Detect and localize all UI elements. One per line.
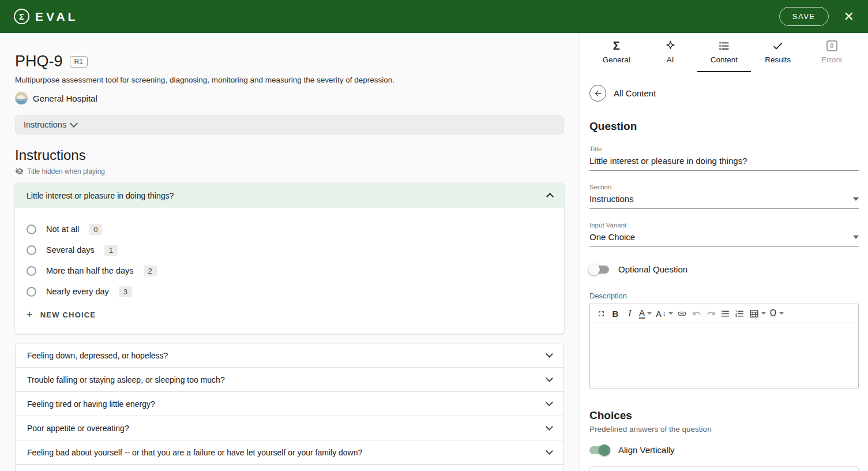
choice-list-item[interactable]: Not at all — [589, 466, 859, 471]
errors-badge: 0 — [826, 40, 837, 51]
tab-results[interactable]: Results — [751, 39, 805, 70]
chevron-down-icon — [546, 447, 553, 455]
revision-badge: R1 — [70, 56, 88, 68]
caret-icon — [761, 312, 766, 315]
description-textarea[interactable] — [590, 323, 858, 388]
chevron-down-icon — [546, 350, 553, 358]
collapsed-question[interactable]: Trouble falling or staying asleep, or sl… — [15, 367, 564, 392]
expanded-question-card: Little interest or pleasure in doing thi… — [15, 183, 564, 334]
assessment-title: PHQ-9 — [15, 53, 63, 70]
section-select[interactable]: Instructions — [589, 190, 859, 209]
description-label: Description — [589, 291, 859, 300]
eye-off-icon — [15, 167, 24, 175]
collapsed-question[interactable]: Feeling bad about yourself -- or that yo… — [15, 440, 564, 465]
tab-ai[interactable]: AI — [643, 39, 697, 70]
fullscreen-icon[interactable] — [596, 306, 606, 320]
dropdown-caret-icon — [853, 197, 859, 201]
ordered-list-icon[interactable] — [735, 306, 745, 320]
choice-option[interactable]: Nearly every day 3 — [27, 281, 553, 302]
table-icon[interactable] — [749, 306, 766, 320]
special-char-icon[interactable]: Ω — [770, 306, 784, 320]
choice-value-badge: 3 — [119, 286, 132, 297]
organization-avatar — [15, 92, 28, 104]
bullet-list-icon[interactable] — [720, 306, 731, 320]
chevron-down-icon — [546, 375, 553, 382]
section-selector[interactable]: Instructions — [15, 115, 564, 134]
tab-errors[interactable]: 0 Errors — [805, 39, 859, 70]
variant-field-label: Input Variant — [589, 222, 859, 229]
chevron-up-icon — [546, 193, 554, 200]
dropdown-caret-icon — [853, 235, 859, 239]
inspector-panel: Σ General AI Content Results — [580, 33, 868, 471]
choice-value-badge: 0 — [89, 224, 102, 235]
choices-subheading: Predefined answers of the question — [589, 425, 859, 433]
font-size-icon[interactable]: A↕ — [656, 306, 673, 320]
editor-canvas: PHQ-9 R1 Multipurpose assessment tool fo… — [0, 33, 580, 471]
bold-icon[interactable]: B — [610, 306, 621, 320]
caret-icon — [668, 312, 673, 315]
title-input[interactable] — [589, 152, 859, 171]
error-count-icon: 0 — [826, 39, 837, 53]
back-button[interactable] — [589, 85, 606, 102]
question-title: Little interest or pleasure in doing thi… — [27, 191, 174, 200]
section-selector-value: Instructions — [24, 120, 66, 129]
align-vertically-toggle[interactable]: Align Vertically — [589, 445, 859, 455]
radio-icon — [27, 245, 36, 255]
question-section-heading: Question — [589, 120, 859, 133]
optional-question-toggle[interactable]: Optional Question — [589, 264, 859, 274]
collapsed-question[interactable]: Feeling tired or having little energy? — [15, 391, 564, 416]
breadcrumb: All Content — [589, 85, 859, 102]
undo-icon[interactable] — [692, 306, 702, 320]
input-variant-select[interactable]: One Choice — [589, 229, 859, 247]
choice-option[interactable]: Several days 1 — [27, 240, 553, 260]
radio-icon — [27, 287, 36, 297]
check-icon — [772, 39, 784, 53]
eval-logo-icon: Σ — [14, 9, 29, 24]
toggle-off-icon — [589, 266, 609, 274]
section-field-label: Section — [589, 184, 859, 190]
app-bar: Σ EVAL SAVE ✕ — [0, 0, 868, 33]
redo-icon[interactable] — [706, 306, 716, 320]
chevron-down-icon — [546, 423, 553, 431]
link-icon[interactable] — [677, 306, 687, 320]
list-icon — [718, 39, 730, 53]
close-icon[interactable]: ✕ — [844, 10, 854, 23]
back-label: All Content — [614, 88, 656, 98]
app-name: EVAL — [35, 10, 78, 24]
plus-icon: + — [27, 309, 33, 321]
collapsed-question[interactable]: Feeling down, depressed, or hopeless? — [15, 343, 564, 368]
radio-icon — [27, 225, 36, 234]
save-button[interactable]: SAVE — [779, 7, 829, 26]
radio-icon — [27, 266, 36, 276]
sparkle-icon — [664, 39, 677, 53]
choice-value-badge: 1 — [104, 245, 118, 256]
chevron-down-icon — [546, 399, 553, 406]
choice-option[interactable]: More than half the days 2 — [27, 260, 553, 281]
editor-toolbar: B I A A↕ — [590, 304, 858, 323]
brand: Σ EVAL — [14, 9, 78, 24]
description-editor: B I A A↕ — [589, 304, 859, 388]
title-field-label: Title — [589, 145, 859, 152]
title-hidden-note: Title hidden when playing — [15, 167, 565, 175]
text-color-icon[interactable]: A — [639, 306, 652, 320]
caret-icon — [647, 312, 652, 315]
panel-tabs: Σ General AI Content Results — [589, 33, 859, 70]
question-list: Feeling down, depressed, or hopeless? Tr… — [15, 343, 564, 471]
tab-content[interactable]: Content — [697, 39, 751, 70]
sigma-icon: Σ — [613, 39, 620, 53]
toggle-on-icon — [589, 446, 609, 454]
collapsed-question[interactable]: Poor appetite or overeating? — [15, 416, 564, 440]
expanded-question-header[interactable]: Little interest or pleasure in doing thi… — [15, 183, 564, 208]
assessment-description: Multipurpose assessment tool for screeni… — [15, 76, 565, 84]
italic-icon[interactable]: I — [625, 306, 635, 320]
caret-icon — [779, 312, 784, 315]
collapsed-question[interactable]: Trouble concentrating on things, such as… — [15, 464, 564, 471]
choice-value-badge: 2 — [144, 266, 157, 276]
chevron-down-icon — [70, 119, 78, 128]
choice-option[interactable]: Not at all 0 — [27, 219, 553, 240]
tab-general[interactable]: Σ General — [589, 39, 643, 70]
choices-section-heading: Choices — [589, 409, 859, 422]
arrow-left-icon — [593, 89, 603, 98]
new-choice-button[interactable]: + NEW CHOICE — [27, 309, 553, 321]
organization-name: General Hospital — [33, 94, 97, 103]
